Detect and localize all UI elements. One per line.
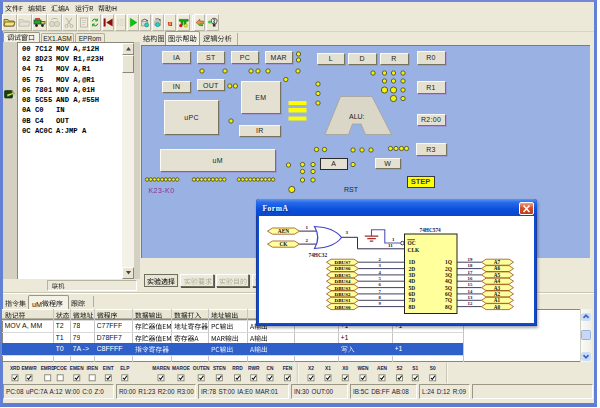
svg-text:3Q: 3Q: [445, 272, 452, 278]
svg-text:OUTEN: OUTEN: [193, 366, 210, 371]
svg-text:S2: S2: [397, 366, 403, 371]
svg-text:9: 9: [378, 301, 381, 306]
svg-text:XRD: XRD: [10, 366, 21, 371]
svg-text:X1: X1: [325, 366, 331, 371]
svg-text:2D: 2D: [408, 265, 415, 271]
svg-text:u: u: [168, 18, 173, 28]
svg-text:A2: A2: [493, 290, 500, 296]
svg-text:OC: OC: [407, 240, 415, 246]
svg-text:FEN: FEN: [283, 366, 293, 371]
svg-text:CLK: CLK: [407, 246, 419, 252]
svg-text:7D: 7D: [408, 297, 415, 303]
svg-text:7: 7: [378, 288, 381, 293]
svg-text:6Q: 6Q: [445, 291, 452, 297]
svg-text:3D: 3D: [408, 272, 415, 278]
svg-text:17: 17: [467, 269, 472, 274]
svg-text:2: 2: [378, 257, 381, 262]
svg-text:A6: A6: [493, 265, 500, 271]
svg-text:EMEN: EMEN: [70, 366, 84, 371]
svg-text:X2: X2: [308, 366, 314, 371]
svg-text:STEN: STEN: [213, 366, 226, 371]
svg-text:A0: A0: [493, 303, 500, 309]
svg-text:ALU:: ALU:: [349, 113, 365, 120]
svg-text:8D: 8D: [408, 303, 415, 309]
svg-text:13: 13: [467, 295, 472, 300]
svg-text:PCOE: PCOE: [53, 366, 67, 371]
svg-text:A4: A4: [493, 278, 500, 284]
svg-text:4: 4: [378, 269, 381, 274]
svg-text:K23-K0: K23-K0: [149, 187, 175, 194]
svg-text:19: 19: [467, 257, 472, 262]
svg-text:DBUS2: DBUS2: [334, 291, 350, 296]
svg-text:15: 15: [467, 282, 472, 287]
svg-text:A1: A1: [493, 297, 500, 303]
svg-text:A3: A3: [493, 284, 500, 290]
svg-text:S1: S1: [412, 366, 418, 371]
svg-text:3: 3: [345, 230, 348, 235]
svg-text:7Q: 7Q: [445, 297, 452, 303]
svg-text:6: 6: [378, 282, 381, 287]
svg-text:18: 18: [467, 263, 472, 268]
svg-text:DBUS5: DBUS5: [334, 272, 350, 277]
svg-text:8: 8: [378, 295, 381, 300]
svg-text:MAROE: MAROE: [172, 366, 191, 371]
svg-text:1: 1: [392, 236, 395, 241]
svg-text:8Q: 8Q: [445, 303, 452, 309]
svg-text:5: 5: [378, 276, 381, 281]
svg-text:2Q: 2Q: [445, 265, 452, 271]
svg-text:ELP: ELP: [120, 366, 130, 371]
svg-text:5D: 5D: [408, 284, 415, 290]
svg-text:EMWR: EMWR: [21, 366, 37, 371]
svg-text:CN: CN: [267, 366, 274, 371]
svg-text:5Q: 5Q: [445, 284, 452, 290]
svg-text:WEN: WEN: [357, 366, 369, 371]
svg-text:74HC32: 74HC32: [308, 251, 327, 257]
svg-text:1Q: 1Q: [445, 259, 452, 265]
svg-text:DBUS7: DBUS7: [334, 260, 350, 265]
svg-text:DBUS4: DBUS4: [334, 279, 350, 284]
svg-text:4D: 4D: [408, 278, 415, 284]
svg-text:RWR: RWR: [248, 366, 260, 371]
svg-text:EINT: EINT: [103, 366, 114, 371]
svg-text:16: 16: [467, 276, 472, 281]
svg-text:1D: 1D: [408, 259, 415, 265]
svg-text:uM: uM: [32, 299, 42, 308]
svg-text:S0: S0: [430, 366, 436, 371]
svg-text:MAREN: MAREN: [152, 366, 170, 371]
svg-text:IREN: IREN: [86, 366, 98, 371]
svg-text:DBUS3: DBUS3: [334, 285, 350, 290]
svg-text:12: 12: [467, 301, 472, 306]
svg-text:A7: A7: [493, 259, 500, 265]
svg-text:6D: 6D: [408, 291, 415, 297]
svg-text:DBUS0: DBUS0: [334, 304, 350, 309]
svg-text:1: 1: [305, 224, 308, 229]
svg-text:2: 2: [305, 238, 308, 243]
svg-text:CK: CK: [279, 241, 288, 247]
svg-text:11: 11: [388, 243, 393, 248]
svg-text:3: 3: [378, 263, 381, 268]
svg-text:AEN: AEN: [277, 228, 288, 234]
svg-text:DBUS1: DBUS1: [334, 298, 350, 303]
svg-text:14: 14: [467, 288, 472, 293]
svg-text:X0: X0: [342, 366, 348, 371]
svg-text:AEN: AEN: [377, 366, 388, 371]
svg-text:DBUS6: DBUS6: [334, 266, 350, 271]
svg-text:RST: RST: [344, 186, 359, 193]
svg-text:4Q: 4Q: [445, 278, 452, 284]
svg-text:RRD: RRD: [232, 366, 243, 371]
svg-text:A5: A5: [493, 271, 500, 277]
svg-text:74HC574: 74HC574: [419, 227, 441, 233]
